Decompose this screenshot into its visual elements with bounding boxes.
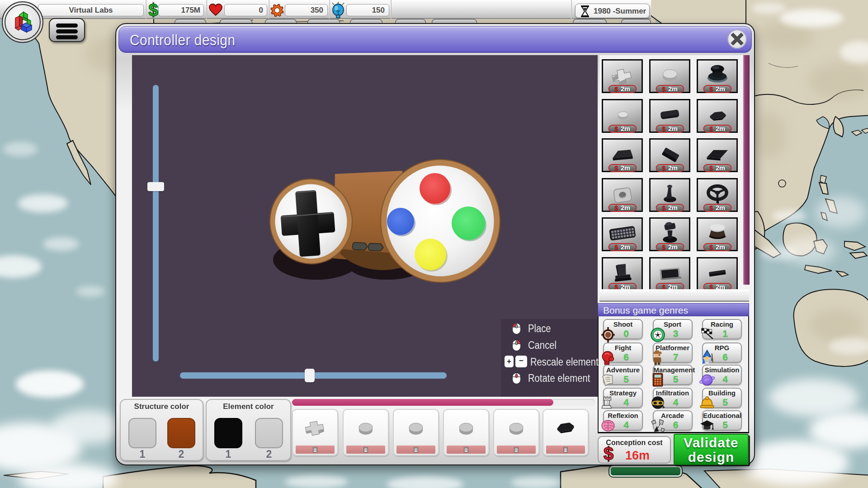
svg-text:$: $: [148, 0, 158, 19]
